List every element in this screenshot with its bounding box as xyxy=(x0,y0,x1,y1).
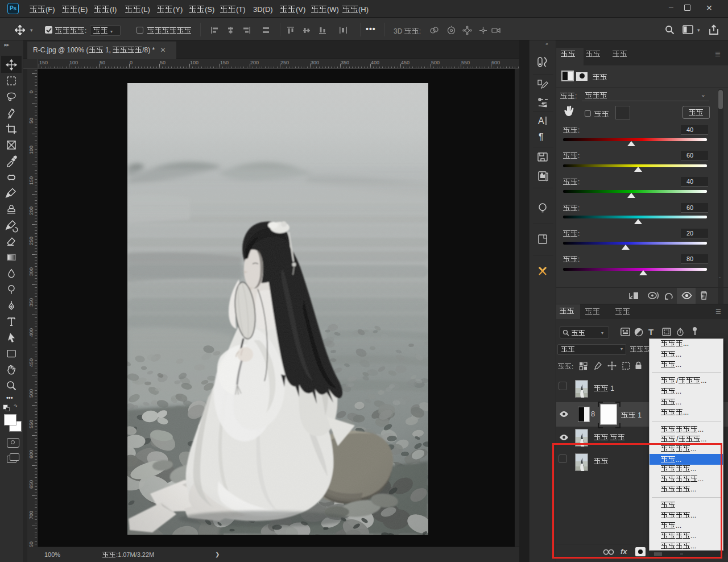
svg-text:A: A xyxy=(538,116,544,126)
svg-text:¶: ¶ xyxy=(539,132,544,142)
